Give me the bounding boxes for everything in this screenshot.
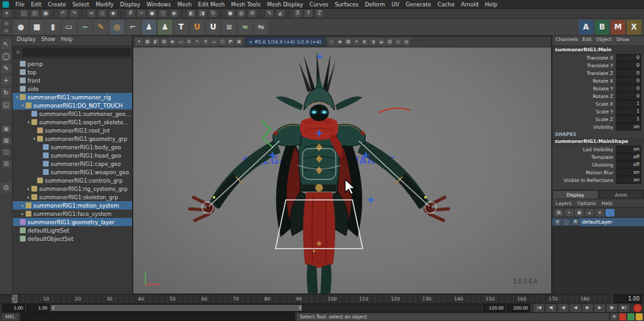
menu-mesh-tools[interactable]: Mesh Tools: [228, 1, 264, 8]
image-plane-icon[interactable]: ▭: [177, 38, 185, 45]
shape-node-name[interactable]: summonerRIG1:MainShape: [552, 138, 644, 145]
attribute-value-field[interactable]: off: [616, 153, 641, 161]
character-rig-icon[interactable]: ♟: [142, 20, 156, 35]
outliner-search-input[interactable]: [23, 48, 130, 56]
graph-editor-icon[interactable]: ≈: [238, 20, 252, 35]
outliner-item[interactable]: summonerRIG1:cape_geo: [13, 160, 132, 168]
layer-row[interactable]: V R defaultLayer: [552, 218, 644, 226]
outliner-menu-help[interactable]: Help: [61, 37, 72, 45]
outliner-item[interactable]: summonerRIG1:body_geo: [13, 143, 132, 151]
outliner-item[interactable]: defaultObjectSet: [13, 235, 132, 243]
attribute-value-field[interactable]: 0: [616, 69, 641, 77]
current-frame-field[interactable]: 1.00: [614, 295, 642, 303]
snap-point-icon[interactable]: ●: [147, 9, 157, 18]
input-connections-icon[interactable]: ◧: [186, 9, 196, 18]
outliner-item[interactable]: summonerRIG1:weapon_geo: [13, 168, 132, 176]
menu-edit[interactable]: Edit: [28, 1, 44, 8]
menu-windows[interactable]: Windows: [144, 1, 174, 8]
auto-keyframe-toggle[interactable]: [633, 304, 642, 313]
t-pose-icon[interactable]: T: [174, 20, 188, 35]
select-component-icon[interactable]: ◆: [108, 9, 118, 18]
playback-start-field[interactable]: [26, 304, 49, 312]
workspace-menu-icon[interactable]: ▾: [2, 9, 12, 18]
attribute-value-field[interactable]: 0: [616, 85, 641, 92]
lasso-tool[interactable]: ◯: [1, 51, 12, 62]
u-tool-orange-icon[interactable]: U: [190, 20, 204, 35]
outliner-item[interactable]: summonerRIG1:root_jnt: [13, 126, 132, 135]
coord-y-icon[interactable]: Y: [304, 9, 313, 18]
menu-mesh[interactable]: Mesh: [174, 1, 195, 8]
layer-playback-toggle[interactable]: [563, 218, 570, 226]
step-back-key-button[interactable]: ◀|: [545, 304, 557, 313]
arnold-shelf-icon[interactable]: A: [579, 20, 593, 35]
expander-icon[interactable]: ▸: [26, 195, 31, 200]
menu-display[interactable]: Display: [117, 1, 143, 8]
outliner-item[interactable]: summonerRIG1:summoner_geo_UE4_low_SK: [13, 110, 132, 118]
step-fwd-key-button[interactable]: |▶: [606, 304, 618, 313]
channelbox-menu-show[interactable]: Show: [616, 37, 629, 45]
motion-blur-icon[interactable]: ◒: [377, 38, 385, 45]
construction-history-icon[interactable]: ↻: [208, 9, 218, 18]
paint-select-tool[interactable]: ✎: [1, 63, 12, 74]
go-to-end-button[interactable]: ▶|: [618, 304, 630, 313]
outliner-item[interactable]: summonerRIG1:controls_grp: [13, 176, 132, 185]
layout-single-pane[interactable]: ▣: [1, 124, 12, 134]
outliner-item[interactable]: ▾summonerRIG1:export_skeleton_grp: [13, 118, 132, 126]
error-indicator-icon[interactable]: [619, 313, 626, 320]
script-editor-icon[interactable]: ≡: [611, 313, 618, 320]
resolution-gate-icon[interactable]: ◫: [219, 38, 226, 45]
outliner-item[interactable]: front: [13, 76, 132, 85]
play-forwards-button[interactable]: ▶: [582, 304, 593, 313]
step-back-frame-button[interactable]: ◀: [557, 304, 569, 313]
outliner-item[interactable]: summonerRIG1:geometry_layer: [13, 218, 132, 226]
channelbox-menu-edit[interactable]: Edit: [582, 37, 592, 45]
channelbox-menu-channels[interactable]: Channels: [556, 37, 578, 45]
lock-camera-icon[interactable]: ◧: [152, 38, 160, 45]
ao-icon[interactable]: ◑: [369, 38, 377, 45]
attribute-value-field[interactable]: on: [616, 176, 641, 184]
outliner-menu-display[interactable]: Display: [17, 37, 36, 45]
shaded-icon[interactable]: ◆: [336, 38, 343, 45]
menu-mesh-display[interactable]: Mesh Display: [264, 1, 306, 8]
move-layer-down-icon[interactable]: ▾: [595, 209, 604, 217]
range-handle-right[interactable]: [299, 306, 301, 309]
safe-action-icon[interactable]: ▣: [235, 38, 243, 45]
new-scene-icon[interactable]: ▢: [19, 9, 29, 18]
layer-tab-anim[interactable]: Anim: [599, 190, 644, 199]
outliner-item[interactable]: ▸summonerRIG1:motion_system: [13, 201, 132, 210]
camera-attributes-icon[interactable]: ▤: [160, 38, 168, 45]
outliner-item[interactable]: summonerRIG1:head_geo: [13, 151, 132, 160]
bifrost-shelf-icon[interactable]: B: [595, 20, 609, 35]
zoom-tool[interactable]: ⊙: [1, 183, 12, 193]
bookmark-icon[interactable]: ◆: [169, 38, 176, 45]
mel-toggle[interactable]: MEL: [1, 313, 19, 321]
menu-modify[interactable]: Modify: [92, 1, 117, 8]
paint-effects-icon[interactable]: ✎: [265, 9, 274, 18]
outliner-item[interactable]: ▾summonerRIG1:summoner_rig: [13, 93, 132, 101]
xray-icon[interactable]: ◍: [402, 38, 410, 45]
menu-edit-mesh[interactable]: Edit Mesh: [195, 1, 228, 8]
expander-icon[interactable]: ▸: [20, 203, 26, 208]
shelf-tab-selector[interactable]: ▴ ▾: [3, 20, 10, 35]
toon-shader-icon[interactable]: ◭: [276, 9, 285, 18]
save-scene-icon[interactable]: ▣: [41, 9, 51, 18]
gate-mask-icon[interactable]: ◩: [227, 38, 235, 45]
layer-menu-layers[interactable]: Layers: [556, 201, 572, 206]
new-layer-icon[interactable]: +: [565, 209, 574, 217]
outliner-item[interactable]: ▸summonerRIG1:skeleton_grp: [13, 193, 132, 201]
attribute-value-field[interactable]: 0: [616, 62, 641, 69]
undo-icon[interactable]: ↶: [58, 9, 68, 18]
outliner-item[interactable]: defaultLightSet: [13, 226, 132, 235]
attribute-value-field[interactable]: 0: [616, 54, 641, 62]
menu-select[interactable]: Select: [69, 1, 92, 8]
select-camera-icon[interactable]: ▦: [144, 38, 151, 45]
render-icon[interactable]: ●: [226, 9, 235, 18]
poly-sphere-icon[interactable]: ●: [13, 20, 28, 35]
outliner-item[interactable]: side: [13, 85, 132, 93]
pan-zoom-icon[interactable]: ⊞: [185, 38, 193, 45]
channel-object-name[interactable]: summonerRIG1:Main: [552, 46, 644, 54]
range-slider[interactable]: [51, 304, 481, 312]
step-fwd-frame-button[interactable]: ▶: [594, 304, 606, 313]
menu-generate[interactable]: Generate: [402, 1, 434, 8]
expander-icon[interactable]: ▸: [26, 186, 31, 192]
